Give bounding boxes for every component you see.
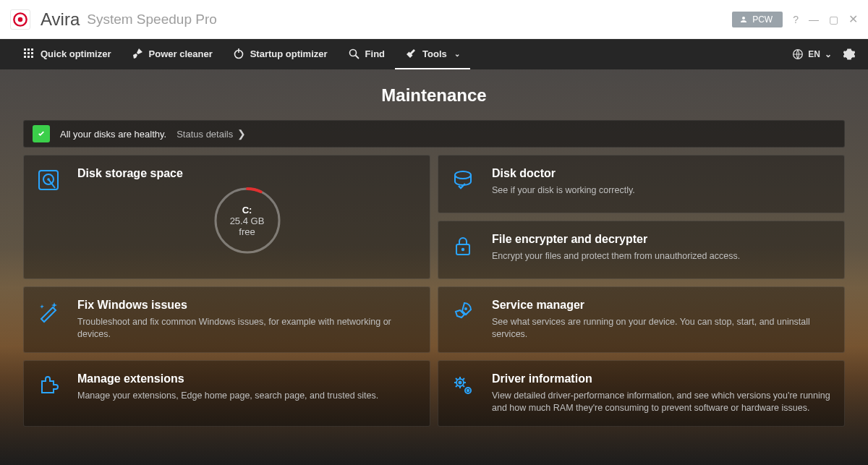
- language-label: EN: [808, 49, 820, 59]
- chevron-right-icon: ❯: [237, 128, 246, 140]
- page-title: Maintenance: [23, 69, 845, 120]
- tab-quick-optimizer-label: Quick optimizer: [41, 48, 111, 59]
- minimize-button[interactable]: —: [809, 14, 819, 25]
- card-title: File encrypter and decrypter: [492, 233, 740, 246]
- card-desc: See if your disk is working correctly.: [492, 184, 635, 197]
- card-title: Disk doctor: [492, 167, 635, 180]
- svg-point-13: [349, 50, 356, 56]
- card-service-manager[interactable]: Service manager See what services are ru…: [438, 286, 845, 353]
- tab-power-cleaner-label: Power cleaner: [149, 48, 213, 59]
- svg-rect-7: [31, 52, 33, 54]
- language-selector[interactable]: EN ⌄: [792, 48, 832, 60]
- brand-logo: [10, 9, 30, 30]
- magic-wand-icon: [37, 299, 63, 326]
- card-desc: Encrypt your files and protect them from…: [492, 250, 740, 263]
- svg-rect-12: [238, 48, 239, 53]
- main-toolbar: Quick optimizer Power cleaner Startup op…: [0, 39, 868, 69]
- svg-rect-10: [31, 56, 33, 58]
- svg-rect-8: [24, 56, 26, 58]
- status-details-link[interactable]: Status details ❯: [176, 128, 246, 140]
- tab-find-label: Find: [365, 48, 385, 59]
- card-file-encrypter[interactable]: File encrypter and decrypter Encrypt you…: [438, 221, 845, 279]
- gears-icon: [451, 372, 477, 400]
- status-ok-badge: [33, 125, 50, 142]
- user-label: PCW: [752, 14, 773, 25]
- lock-icon: [451, 233, 477, 260]
- svg-point-26: [459, 381, 461, 383]
- gauge-drive-label: C:: [242, 205, 252, 216]
- card-title: Disk storage space: [77, 167, 417, 180]
- power-icon: [233, 48, 244, 59]
- svg-rect-3: [27, 48, 30, 51]
- svg-point-28: [467, 390, 469, 391]
- card-fix-windows[interactable]: Fix Windows issues Troubleshoot and fix …: [23, 286, 430, 353]
- card-title: Service manager: [492, 299, 831, 312]
- tab-startup-optimizer[interactable]: Startup optimizer: [223, 39, 338, 69]
- tab-tools[interactable]: Tools ⌄: [395, 39, 470, 69]
- main-stage: Maintenance All your disks are healthy. …: [0, 69, 868, 465]
- svg-point-1: [18, 17, 23, 22]
- tools-icon: [405, 48, 417, 59]
- card-desc: Manage your extensions, Edge home page, …: [77, 390, 378, 402]
- help-button[interactable]: ?: [793, 14, 799, 25]
- brand-name: Avira: [41, 9, 80, 30]
- search-icon: [348, 48, 359, 59]
- settings-button[interactable]: [843, 48, 855, 60]
- gauge-free-value: 25.4 GB: [230, 216, 265, 226]
- svg-rect-2: [24, 48, 26, 51]
- avira-logo-icon: [11, 10, 30, 29]
- chevron-down-icon: ⌄: [825, 49, 832, 59]
- status-bar: All your disks are healthy. Status detai…: [23, 120, 845, 148]
- card-disk-doctor[interactable]: Disk doctor See if your disk is working …: [438, 155, 845, 213]
- status-details-label: Status details: [176, 129, 233, 140]
- title-bar: Avira System Speedup Pro PCW ? — ▢ ✕: [0, 0, 868, 39]
- card-driver-information[interactable]: Driver information View detailed driver-…: [438, 360, 845, 427]
- close-button[interactable]: ✕: [848, 12, 858, 26]
- svg-point-21: [455, 171, 471, 179]
- user-button[interactable]: PCW: [732, 12, 783, 27]
- user-icon: [739, 15, 748, 24]
- card-title: Manage extensions: [77, 372, 378, 385]
- svg-rect-9: [27, 56, 30, 58]
- rocket-icon: [451, 299, 477, 326]
- disk-usage-gauge: C: 25.4 GB free: [211, 184, 284, 257]
- tab-find[interactable]: Find: [338, 39, 395, 69]
- status-message: All your disks are healthy.: [60, 129, 166, 140]
- card-manage-extensions[interactable]: Manage extensions Manage your extensions…: [23, 360, 430, 427]
- tab-quick-optimizer[interactable]: Quick optimizer: [13, 39, 122, 69]
- svg-line-14: [355, 56, 359, 59]
- card-desc: View detailed driver-performance informa…: [492, 390, 831, 414]
- brush-icon: [132, 48, 143, 59]
- svg-rect-5: [24, 52, 26, 54]
- card-desc: Troubleshoot and fix common Windows issu…: [77, 316, 417, 341]
- card-title: Driver information: [492, 372, 831, 385]
- card-grid: Disk storage space C: 25.4 GB free: [23, 155, 845, 427]
- check-icon: [36, 129, 46, 139]
- tab-startup-optimizer-label: Startup optimizer: [250, 48, 328, 59]
- gear-icon: [843, 48, 855, 60]
- hard-drive-icon: [37, 167, 63, 195]
- card-disk-storage[interactable]: Disk storage space C: 25.4 GB free: [23, 155, 430, 279]
- svg-point-24: [464, 307, 467, 310]
- app-name: System Speedup Pro: [87, 12, 217, 27]
- puzzle-icon: [37, 372, 63, 400]
- grid-icon: [23, 48, 35, 59]
- gauge-free-label: free: [239, 226, 255, 237]
- maximize-button[interactable]: ▢: [829, 14, 838, 25]
- globe-icon: [792, 48, 804, 60]
- card-title: Fix Windows issues: [77, 299, 417, 312]
- svg-rect-4: [31, 48, 33, 51]
- scan-disk-icon: [451, 167, 477, 195]
- svg-rect-6: [27, 52, 30, 54]
- tab-power-cleaner[interactable]: Power cleaner: [122, 39, 223, 69]
- svg-point-23: [461, 248, 464, 251]
- chevron-down-icon: ⌄: [454, 50, 460, 58]
- card-desc: See what services are running on your de…: [492, 316, 831, 341]
- tab-tools-label: Tools: [422, 48, 447, 59]
